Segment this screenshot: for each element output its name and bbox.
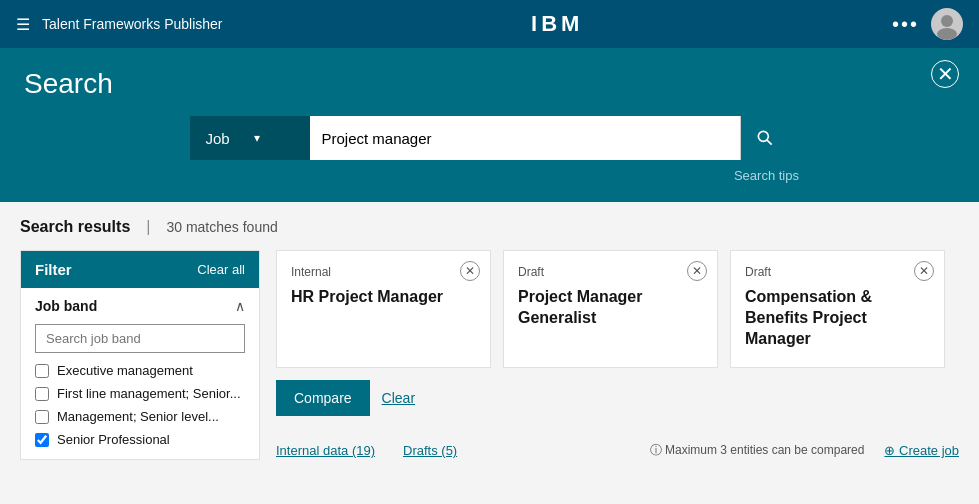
- svg-point-1: [937, 28, 957, 40]
- filter-section-jobband: Job band ∧ Executive management First li…: [21, 288, 259, 459]
- card-status-2: Draft: [745, 265, 930, 279]
- close-search-button[interactable]: ✕: [931, 60, 959, 88]
- filter-header: Filter Clear all: [21, 251, 259, 288]
- compare-clear-button[interactable]: Clear: [382, 390, 415, 406]
- results-label: Search results: [20, 218, 130, 236]
- filter-title: Filter: [35, 261, 72, 278]
- search-bar-row: Job ▾: [0, 116, 979, 160]
- card-title-2: Compensation & Benefits Project Manager: [745, 287, 930, 349]
- filter-option-management[interactable]: Management; Senior level...: [35, 407, 245, 426]
- card-title-0: HR Project Manager: [291, 287, 476, 308]
- compare-row: Compare Clear: [276, 380, 959, 416]
- card-title-1: Project Manager Generalist: [518, 287, 703, 329]
- search-tips-row: Search tips: [0, 160, 979, 184]
- result-card-1: Draft Project Manager Generalist ✕: [503, 250, 718, 368]
- result-card-0: Internal HR Project Manager ✕: [276, 250, 491, 368]
- svg-point-2: [758, 131, 768, 141]
- filter-option-firstline[interactable]: First line management; Senior...: [35, 384, 245, 403]
- search-input[interactable]: [310, 116, 740, 160]
- card-close-button-2[interactable]: ✕: [914, 261, 934, 281]
- bottom-right: ⓘ Maximum 3 entities can be compared ⊕ C…: [650, 442, 959, 459]
- tab-divider: [391, 443, 403, 458]
- filter-section-title: Job band: [35, 298, 97, 314]
- chevron-down-icon: ▾: [254, 131, 294, 145]
- search-icon: [755, 128, 775, 148]
- filter-checkbox-senior-professional[interactable]: [35, 433, 49, 447]
- search-title: Search: [0, 68, 979, 100]
- filter-option-executive[interactable]: Executive management: [35, 361, 245, 380]
- filter-checkbox-management[interactable]: [35, 410, 49, 424]
- max-compare-note: ⓘ Maximum 3 entities can be compared: [650, 442, 865, 459]
- results-bar: Search results | 30 matches found: [20, 218, 959, 236]
- card-status-1: Draft: [518, 265, 703, 279]
- bottom-bar: Internal data (19) Drafts (5) ⓘ Maximum …: [276, 432, 959, 459]
- search-tips-link[interactable]: Search tips: [734, 168, 799, 183]
- cards-row: Internal HR Project Manager ✕ Draft Proj…: [276, 250, 959, 368]
- filter-options: Executive management First line manageme…: [35, 361, 245, 449]
- hamburger-icon[interactable]: ☰: [16, 15, 30, 34]
- clear-all-button[interactable]: Clear all: [197, 262, 245, 277]
- filter-panel: Filter Clear all Job band ∧ Executive ma…: [20, 250, 260, 460]
- filter-search-input[interactable]: [35, 324, 245, 353]
- ibm-logo: IBM: [531, 11, 583, 37]
- filter-checkbox-firstline[interactable]: [35, 387, 49, 401]
- main-content: Search results | 30 matches found Filter…: [0, 202, 979, 460]
- tab-internal-data[interactable]: Internal data (19): [276, 443, 391, 458]
- nav-left: ☰ Talent Frameworks Publisher: [16, 15, 223, 34]
- content-row: Filter Clear all Job band ∧ Executive ma…: [20, 250, 959, 460]
- more-options-button[interactable]: •••: [892, 13, 919, 36]
- nav-right: •••: [892, 8, 963, 40]
- results-divider: |: [146, 218, 150, 236]
- card-close-button-0[interactable]: ✕: [460, 261, 480, 281]
- avatar[interactable]: [931, 8, 963, 40]
- search-bar: Job ▾: [190, 116, 790, 160]
- search-type-dropdown[interactable]: Job ▾: [190, 116, 310, 160]
- filter-checkbox-executive[interactable]: [35, 364, 49, 378]
- top-nav: ☰ Talent Frameworks Publisher IBM •••: [0, 0, 979, 48]
- create-job-link[interactable]: ⊕ Create job: [884, 443, 959, 458]
- svg-point-0: [941, 15, 953, 27]
- svg-line-3: [767, 140, 772, 145]
- app-title: Talent Frameworks Publisher: [42, 16, 223, 32]
- filter-option-senior-professional[interactable]: Senior Professional: [35, 430, 245, 449]
- search-button[interactable]: [740, 116, 790, 160]
- bottom-tabs: Internal data (19) Drafts (5): [276, 443, 465, 458]
- card-status-0: Internal: [291, 265, 476, 279]
- result-card-2: Draft Compensation & Benefits Project Ma…: [730, 250, 945, 368]
- chevron-up-icon[interactable]: ∧: [235, 298, 245, 314]
- results-count: 30 matches found: [166, 219, 277, 235]
- compare-button[interactable]: Compare: [276, 380, 370, 416]
- card-close-button-1[interactable]: ✕: [687, 261, 707, 281]
- search-header: Search Job ▾ Search tips ✕: [0, 48, 979, 202]
- results-area: Internal HR Project Manager ✕ Draft Proj…: [276, 250, 959, 459]
- tab-drafts[interactable]: Drafts (5): [403, 443, 465, 458]
- filter-section-header: Job band ∧: [35, 298, 245, 314]
